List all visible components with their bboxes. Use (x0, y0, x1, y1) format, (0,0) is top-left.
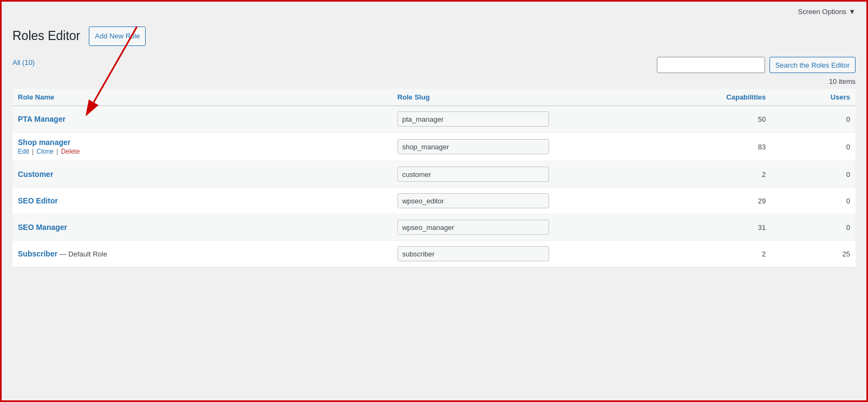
role-name-link[interactable]: Shop manager (18, 138, 70, 147)
role-slug-input[interactable] (397, 139, 549, 154)
screen-options-label: Screen Options (798, 8, 847, 16)
users-cell: 0 (771, 133, 856, 161)
role-name-link[interactable]: SEO Editor (18, 196, 58, 205)
users-count: 25 (843, 250, 850, 258)
role-slug-input[interactable] (397, 167, 549, 182)
col-header-role-slug: Role Slug (392, 89, 687, 106)
add-new-role-button[interactable]: Add New Role (89, 27, 146, 46)
all-roles-filter[interactable]: All (10) (12, 58, 35, 67)
capabilities-cell: 50 (687, 106, 772, 133)
users-cell: 0 (771, 106, 856, 133)
screen-options-button[interactable]: Screen Options ▼ (798, 8, 856, 16)
users-count: 0 (846, 223, 850, 232)
capabilities-count: 2 (762, 170, 766, 179)
items-count: 10 items (12, 77, 856, 85)
table-row: Shop managerEdit | Clone | Delete830 (12, 133, 856, 161)
role-name-cell: Shop managerEdit | Clone | Delete (12, 133, 392, 161)
role-name-cell: SEO EditorEdit | Clone | Delete (12, 188, 392, 214)
role-slug-cell (392, 241, 687, 267)
row-action-delete-link[interactable]: Delete (61, 148, 80, 155)
role-slug-cell (392, 214, 687, 241)
role-slug-cell (392, 106, 687, 133)
users-count: 0 (846, 143, 850, 151)
capabilities-cell: 2 (687, 241, 772, 267)
role-slug-input[interactable] (397, 193, 549, 208)
tablenav-right: Search the Roles Editor (657, 57, 856, 73)
default-role-label: — Default Role (57, 250, 107, 258)
role-slug-input[interactable] (397, 220, 549, 235)
col-header-role-name: Role Name (12, 89, 392, 106)
main-content: Roles Editor Add New Role All (10) S (2, 21, 866, 278)
capabilities-cell: 31 (687, 214, 772, 241)
role-slug-input[interactable] (397, 111, 549, 127)
users-count: 0 (846, 197, 850, 205)
search-input[interactable] (657, 57, 765, 73)
table-row: SEO ManagerEdit | Clone | Delete310 (12, 214, 856, 241)
chevron-down-icon: ▼ (849, 8, 856, 16)
role-slug-input[interactable] (397, 246, 549, 261)
capabilities-cell: 29 (687, 188, 772, 214)
table-row: SEO EditorEdit | Clone | Delete290 (12, 188, 856, 214)
col-header-users: Users (771, 89, 856, 106)
row-action-separator: | (30, 148, 36, 155)
role-name-link[interactable]: SEO Manager (18, 223, 67, 232)
users-count: 0 (846, 115, 850, 123)
role-name-link[interactable]: PTA Manager (18, 115, 66, 123)
role-slug-cell (392, 188, 687, 214)
users-cell: 25 (771, 241, 856, 267)
search-roles-button[interactable]: Search the Roles Editor (769, 57, 856, 73)
row-action-edit-link[interactable]: Edit (18, 148, 29, 155)
capabilities-cell: 83 (687, 133, 772, 161)
table-header-row: Role Name Role Slug Capabilities Users (12, 89, 856, 106)
table-row: CustomerEdit | Clone | Delete20 (12, 161, 856, 188)
subsubsub-nav: All (10) (12, 58, 35, 67)
capabilities-count: 83 (758, 143, 766, 151)
page-header: Roles Editor Add New Role (12, 27, 856, 46)
role-name-cell: SEO ManagerEdit | Clone | Delete (12, 214, 392, 241)
roles-table: Role Name Role Slug Capabilities Users P… (12, 89, 856, 267)
capabilities-count: 31 (758, 223, 766, 232)
table-row: Subscriber — Default RoleEdit | Clone | … (12, 241, 856, 267)
role-name-cell: Subscriber — Default RoleEdit | Clone | … (12, 241, 392, 267)
role-slug-cell (392, 133, 687, 161)
col-header-capabilities: Capabilities (687, 89, 772, 106)
users-cell: 0 (771, 188, 856, 214)
row-action-separator: | (55, 148, 60, 155)
users-count: 0 (846, 170, 850, 179)
users-cell: 0 (771, 214, 856, 241)
top-bar: Screen Options ▼ (2, 2, 866, 21)
role-name-link[interactable]: Subscriber (18, 249, 57, 258)
capabilities-count: 29 (758, 197, 766, 205)
role-name-cell: PTA ManagerEdit | Clone | Delete (12, 106, 392, 133)
capabilities-cell: 2 (687, 161, 772, 188)
role-name-cell: CustomerEdit | Clone | Delete (12, 161, 392, 188)
page-title: Roles Editor (12, 28, 80, 44)
capabilities-count: 50 (758, 115, 766, 123)
row-action-clone-link[interactable]: Clone (36, 148, 53, 155)
row-actions: Edit | Clone | Delete (18, 148, 387, 155)
users-cell: 0 (771, 161, 856, 188)
table-row: PTA ManagerEdit | Clone | Delete500 (12, 106, 856, 133)
capabilities-count: 2 (762, 250, 766, 258)
role-slug-cell (392, 161, 687, 188)
role-name-link[interactable]: Customer (18, 170, 53, 179)
